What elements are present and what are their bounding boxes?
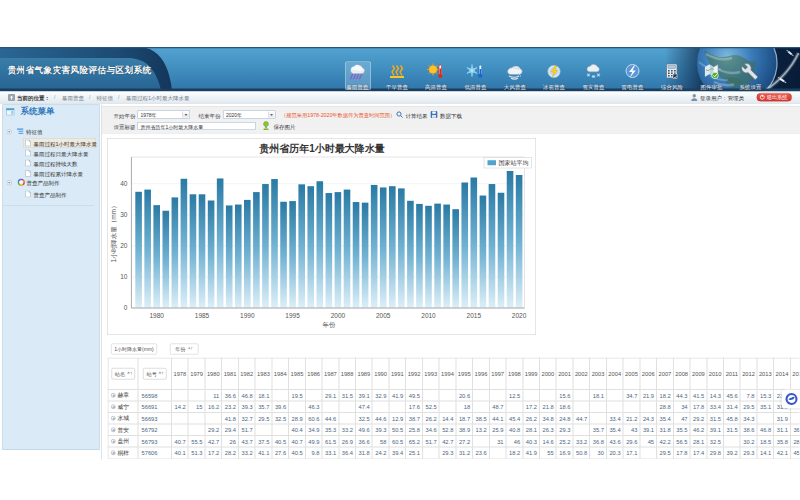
svg-text:国家站平均: 国家站平均 bbox=[499, 159, 529, 167]
svg-text:2010: 2010 bbox=[421, 312, 436, 319]
svg-text:0: 0 bbox=[124, 304, 128, 311]
svg-text:1990: 1990 bbox=[240, 312, 255, 319]
svg-text:20: 20 bbox=[120, 242, 128, 249]
svg-text:30: 30 bbox=[120, 211, 128, 218]
svg-text:2005: 2005 bbox=[376, 312, 391, 319]
svg-text:2020: 2020 bbox=[512, 312, 527, 319]
svg-text:40: 40 bbox=[120, 180, 128, 187]
svg-text:年份: 年份 bbox=[323, 321, 337, 329]
svg-text:贵州省历年1小时最大降水量: 贵州省历年1小时最大降水量 bbox=[258, 143, 385, 154]
svg-text:1995: 1995 bbox=[285, 312, 300, 319]
svg-text:1980: 1980 bbox=[149, 312, 164, 319]
svg-text:2015: 2015 bbox=[467, 312, 482, 319]
svg-text:10: 10 bbox=[120, 273, 128, 280]
svg-text:1小时降水量（mm）: 1小时降水量（mm） bbox=[110, 203, 118, 263]
svg-text:1985: 1985 bbox=[195, 312, 210, 319]
svg-text:2000: 2000 bbox=[331, 312, 346, 319]
